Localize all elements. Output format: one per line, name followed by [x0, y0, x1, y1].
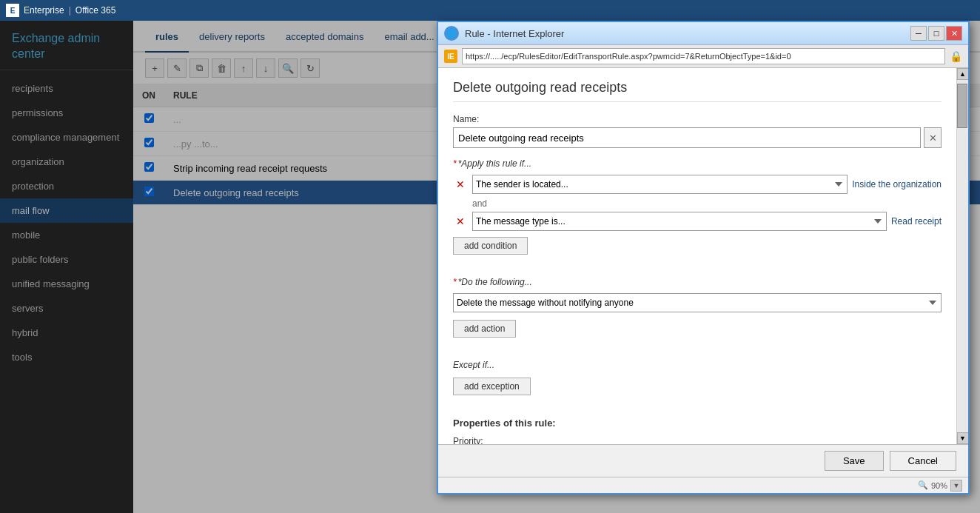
apply-rule-label: *Apply this rule if... [453, 158, 942, 169]
ie-address-input[interactable] [462, 48, 945, 64]
action-select[interactable]: Delete the message without notifying any… [453, 293, 942, 312]
ie-minimize-button[interactable]: ─ [910, 26, 927, 41]
product-name: Office 365 [75, 5, 115, 16]
condition-2-link[interactable]: Read receipt [891, 216, 942, 227]
name-input[interactable] [453, 127, 921, 148]
ie-addressbar: IE 🔒 [438, 45, 968, 68]
app-name: Enterprise [24, 5, 64, 16]
add-action-button[interactable]: add action [453, 320, 516, 338]
scroll-thumb[interactable] [957, 84, 967, 128]
name-input-row: ✕ [453, 127, 942, 148]
priority-label: Priority: [453, 436, 942, 444]
ie-scroll-area: Delete outgoing read receipts Name: ✕ *A… [438, 68, 956, 444]
ie-magnifier-icon: 🔍 [918, 480, 928, 490]
ie-window-title: Rule - Internet Explorer [465, 28, 564, 39]
do-following-label: *Do the following... [453, 277, 942, 287]
ie-statusbar: 🔍 90% ▼ [438, 477, 968, 493]
properties-label: Properties of this rule: [453, 418, 942, 429]
cancel-button[interactable]: Cancel [890, 451, 956, 471]
add-exception-button[interactable]: add exception [453, 378, 531, 395]
top-bar: E Enterprise | Office 365 [0, 0, 980, 21]
ie-scrollbar: ▲ ▼ [956, 68, 968, 444]
save-button[interactable]: Save [825, 451, 884, 471]
ie-footer: Save Cancel [438, 444, 968, 477]
condition-row-2: ✕ The message type is... Read receipt [453, 212, 942, 231]
condition-1-select[interactable]: The sender is located... [472, 175, 848, 194]
condition-row-1: ✕ The sender is located... Inside the or… [453, 175, 942, 194]
ie-lock-icon: 🔒 [950, 50, 962, 62]
ie-dialog-window: 🌐 Rule - Internet Explorer ─ □ ✕ IE 🔒 De… [437, 21, 970, 494]
ie-maximize-button[interactable]: □ [928, 26, 944, 41]
app-logo: E [6, 4, 19, 17]
ie-globe-icon: 🌐 [444, 26, 459, 41]
scroll-track [957, 80, 968, 432]
separator: | [69, 5, 71, 16]
and-label: and [472, 198, 942, 209]
condition-2-select[interactable]: The message type is... [472, 212, 887, 231]
remove-condition-2-button[interactable]: ✕ [453, 214, 468, 229]
scroll-up-button[interactable]: ▲ [957, 68, 969, 80]
ie-window-controls: ─ □ ✕ [910, 26, 962, 41]
except-label: Except if... [453, 360, 942, 370]
ie-addr-icon: IE [444, 50, 457, 63]
zoom-control: 🔍 90% ▼ [918, 480, 962, 492]
zoom-level: 90% [931, 481, 947, 490]
condition-1-link[interactable]: Inside the organization [852, 179, 942, 190]
action-select-row: Delete the message without notifying any… [453, 293, 942, 312]
zoom-dropdown-button[interactable]: ▼ [950, 480, 962, 492]
dialog-title: Delete outgoing read receipts [453, 80, 942, 102]
ie-content: Delete outgoing read receipts Name: ✕ *A… [438, 68, 968, 444]
name-label: Name: [453, 114, 942, 124]
scroll-down-button[interactable]: ▼ [957, 432, 969, 444]
ie-close-button[interactable]: ✕ [946, 26, 962, 41]
clear-name-button[interactable]: ✕ [924, 127, 942, 148]
remove-condition-1-button[interactable]: ✕ [453, 177, 468, 192]
add-condition-button[interactable]: add condition [453, 237, 528, 255]
ie-title-left: 🌐 Rule - Internet Explorer [444, 26, 564, 41]
ie-titlebar: 🌐 Rule - Internet Explorer ─ □ ✕ [438, 22, 968, 45]
